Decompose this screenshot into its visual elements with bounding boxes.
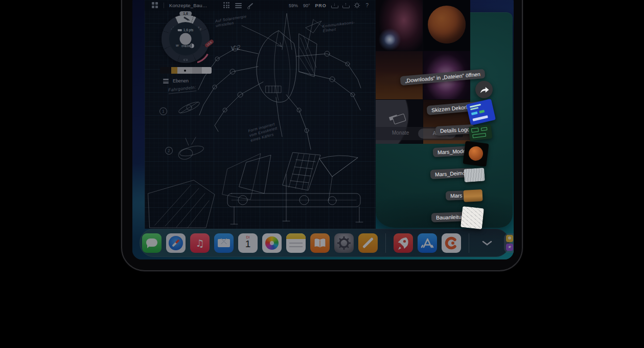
downloads-hint-label: „Downloads“ in „Dateien“ öffnen	[400, 69, 486, 85]
ipad-screen: Monate Alle	[132, 0, 514, 259]
share-arrow-icon	[478, 85, 490, 94]
drag-thumb-details-logo[interactable]	[468, 124, 492, 141]
drag-thumb-mars-deimos[interactable]	[464, 168, 485, 183]
drag-thumb-bauanleitung[interactable]	[461, 206, 484, 229]
drag-thumb-mars[interactable]	[463, 189, 482, 202]
drag-drop-layer: „Downloads“ in „Dateien“ öffnen Skizzen …	[132, 0, 514, 259]
drag-thumb-mars-model[interactable]	[463, 141, 489, 166]
share-button[interactable]	[475, 81, 493, 98]
page-background: Monate Alle	[0, 0, 644, 348]
